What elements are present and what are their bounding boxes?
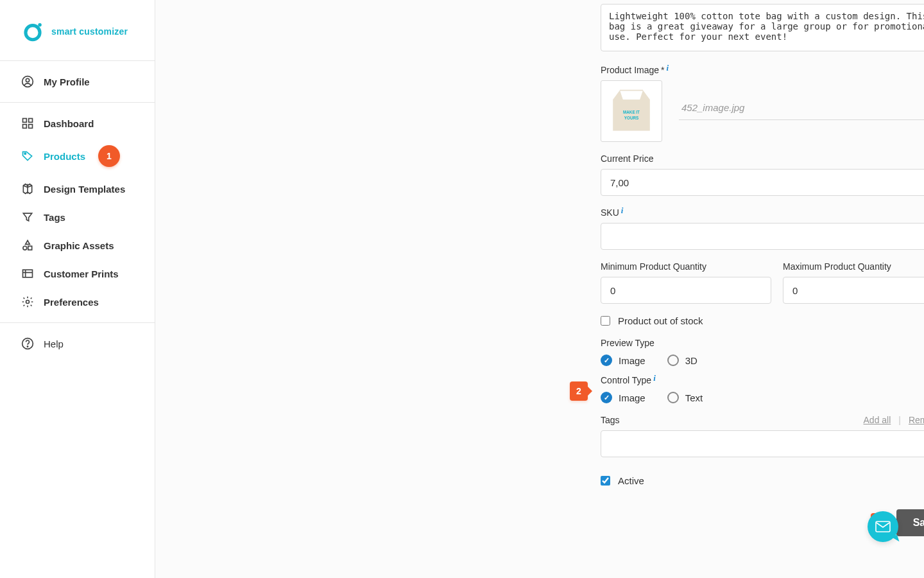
sidebar-item-graphic-assets[interactable]: Graphic Assets bbox=[0, 231, 155, 259]
user-icon bbox=[21, 75, 35, 88]
shapes-icon bbox=[21, 239, 35, 252]
radio-unselected-icon bbox=[667, 392, 679, 403]
callout-step-2: 2 bbox=[570, 381, 588, 401]
active-label: Active bbox=[618, 475, 644, 486]
product-image-filename[interactable]: 452_image.jpg bbox=[679, 102, 924, 120]
svg-rect-5 bbox=[29, 119, 33, 123]
sidebar-item-customer-prints[interactable]: Customer Prints bbox=[0, 259, 155, 288]
brand-name: smart customizer bbox=[51, 26, 128, 37]
sidebar-item-label: Customer Prints bbox=[44, 268, 119, 279]
template-icon bbox=[21, 182, 35, 195]
sku-label: SKU i bbox=[601, 207, 924, 218]
chat-fab-button[interactable] bbox=[868, 511, 898, 542]
active-checkbox[interactable] bbox=[601, 476, 610, 486]
svg-point-14 bbox=[27, 346, 28, 347]
save-button[interactable]: Save bbox=[896, 509, 924, 536]
radio-unselected-icon bbox=[667, 355, 679, 366]
filter-icon bbox=[21, 211, 35, 223]
sidebar-item-tags[interactable]: Tags bbox=[0, 203, 155, 231]
dashboard-icon bbox=[21, 117, 35, 130]
product-image-thumbnail[interactable]: MAKE IT YOURS bbox=[601, 80, 662, 142]
svg-point-12 bbox=[26, 301, 30, 304]
info-icon[interactable]: i bbox=[667, 63, 669, 73]
preview-type-3d-radio[interactable]: 3D bbox=[667, 355, 697, 366]
out-of-stock-label: Product out of stock bbox=[618, 315, 703, 326]
control-type-label: Control Type i bbox=[601, 375, 924, 385]
svg-text:YOURS: YOURS bbox=[624, 116, 638, 120]
sidebar-item-my-profile[interactable]: My Profile bbox=[0, 61, 155, 102]
info-icon[interactable]: i bbox=[653, 373, 656, 383]
preview-type-label: Preview Type bbox=[601, 338, 924, 348]
sidebar-item-label: Preferences bbox=[44, 297, 99, 308]
tag-icon bbox=[21, 150, 35, 162]
info-icon[interactable]: i bbox=[621, 206, 624, 216]
sidebar-item-preferences[interactable]: Preferences bbox=[0, 288, 155, 316]
sidebar-item-label: Graphic Assets bbox=[44, 240, 114, 251]
sidebar-item-label: My Profile bbox=[44, 76, 90, 87]
svg-point-9 bbox=[23, 246, 27, 250]
product-image-label: Product Image * i bbox=[601, 65, 924, 75]
brand: smart customizer bbox=[0, 0, 155, 60]
max-qty-input[interactable] bbox=[783, 277, 924, 304]
description-textarea[interactable] bbox=[601, 4, 924, 51]
radio-selected-icon bbox=[601, 355, 612, 366]
radio-label: Image bbox=[619, 392, 646, 403]
svg-point-3 bbox=[26, 78, 29, 82]
radio-selected-icon bbox=[601, 392, 612, 403]
svg-text:MAKE IT: MAKE IT bbox=[623, 110, 640, 114]
sidebar-item-label: Design Templates bbox=[44, 184, 125, 195]
radio-label: Image bbox=[619, 355, 646, 366]
separator: | bbox=[898, 415, 901, 425]
control-type-image-radio[interactable]: Image bbox=[601, 392, 646, 403]
radio-label: 3D bbox=[685, 355, 697, 366]
svg-rect-4 bbox=[23, 119, 27, 123]
brand-logo-icon bbox=[22, 21, 44, 42]
sku-input[interactable] bbox=[601, 223, 924, 250]
sidebar-item-products[interactable]: Products 1 bbox=[0, 137, 155, 175]
svg-rect-7 bbox=[29, 125, 33, 128]
svg-rect-6 bbox=[23, 125, 27, 128]
main-content: Product Image * i MAKE IT YOURS bbox=[155, 0, 924, 578]
sidebar-item-label: Products bbox=[44, 151, 85, 162]
sidebar-item-help[interactable]: Help bbox=[0, 329, 155, 358]
tags-input[interactable] bbox=[601, 430, 924, 457]
svg-point-8 bbox=[24, 153, 26, 155]
out-of-stock-checkbox[interactable] bbox=[601, 316, 610, 326]
current-price-label: Current Price bbox=[601, 153, 924, 164]
tags-remove-all-link[interactable]: Remove all bbox=[909, 415, 924, 425]
sidebar-item-label: Help bbox=[44, 338, 64, 349]
help-icon bbox=[21, 337, 35, 350]
svg-rect-11 bbox=[23, 270, 33, 277]
min-qty-label: Minimum Product Quantity bbox=[601, 261, 771, 272]
svg-point-0 bbox=[26, 26, 40, 40]
min-qty-input[interactable] bbox=[601, 277, 771, 304]
tags-add-all-link[interactable]: Add all bbox=[864, 415, 891, 425]
tags-label: Tags bbox=[601, 415, 620, 425]
svg-point-1 bbox=[38, 23, 41, 26]
preview-type-image-radio[interactable]: Image bbox=[601, 355, 646, 366]
current-price-input[interactable] bbox=[601, 169, 924, 196]
products-badge: 1 bbox=[98, 145, 120, 167]
sidebar-item-label: Tags bbox=[44, 212, 65, 223]
sidebar: smart customizer My Profile Dashboard bbox=[0, 0, 155, 578]
max-qty-label: Maximum Product Quantity bbox=[783, 261, 924, 272]
control-type-text-radio[interactable]: Text bbox=[667, 392, 703, 403]
sidebar-item-design-templates[interactable]: Design Templates bbox=[0, 175, 155, 203]
radio-label: Text bbox=[685, 392, 703, 403]
svg-rect-10 bbox=[28, 246, 32, 250]
sidebar-item-dashboard[interactable]: Dashboard bbox=[0, 109, 155, 137]
prints-icon bbox=[21, 267, 35, 280]
sidebar-item-label: Dashboard bbox=[44, 118, 94, 129]
gear-icon bbox=[21, 295, 35, 308]
svg-rect-19 bbox=[876, 521, 890, 532]
